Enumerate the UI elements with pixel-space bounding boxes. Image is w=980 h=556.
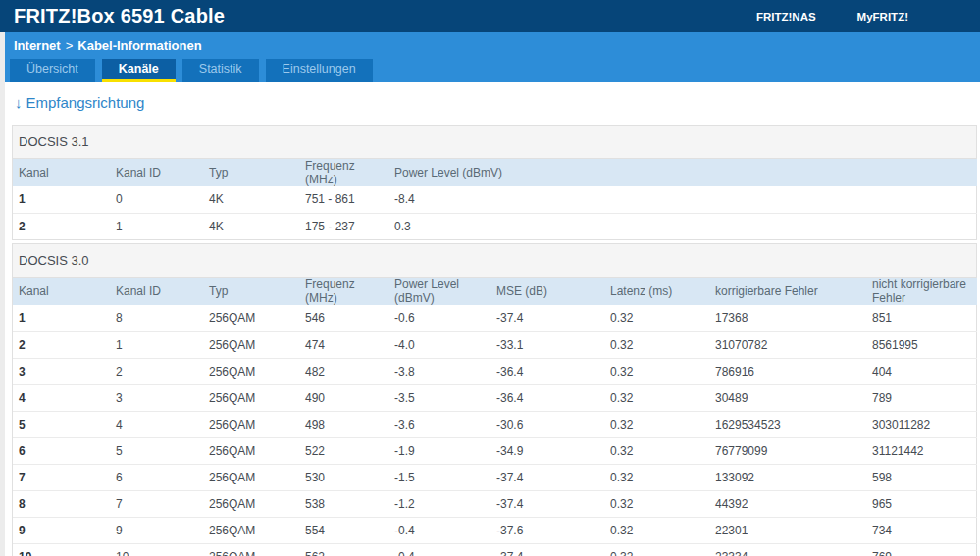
content-area: ↓Empfangsrichtung DOCSIS 3.1KanalKanal I… [5, 82, 980, 556]
table-cell: 965 [866, 490, 977, 517]
table-cell: -37.4 [490, 543, 604, 556]
column-header: nicht korrigierbare Fehler [866, 278, 977, 305]
table-cell: 498 [299, 411, 388, 437]
table-cell: 6 [110, 464, 203, 490]
table-cell: 0.32 [604, 490, 709, 517]
table-cell: 751 - 861 [299, 186, 388, 213]
breadcrumb-section[interactable]: Internet [14, 38, 61, 53]
table-cell: -30.6 [490, 411, 604, 437]
arrow-down-icon: ↓ [15, 94, 23, 111]
table-cell: -1.9 [388, 437, 490, 464]
table-row: 32256QAM482-3.8-36.40.32786916404 [13, 358, 977, 384]
table-cell: 2 [13, 213, 110, 239]
table-cell: 31070782 [709, 331, 866, 358]
table-cell: -0.4 [388, 543, 490, 556]
table-cell: -8.4 [388, 186, 977, 213]
table-cell: 2 [110, 358, 203, 384]
fritzbox-ui: FRITZ!Box 6591 Cable FRITZ!NAS MyFRITZ! … [0, 0, 980, 556]
table-cell: -37.4 [490, 305, 604, 331]
tab-einstellungen[interactable]: Einstellungen [266, 59, 373, 82]
column-header: korrigierbare Fehler [709, 278, 866, 305]
table-cell: 175 - 237 [299, 213, 388, 239]
table-row: 214K175 - 2370.3 [13, 213, 977, 239]
column-header: Latenz (ms) [604, 278, 709, 305]
table-cell: 44392 [709, 490, 866, 517]
table-cell: -0.4 [388, 517, 490, 543]
top-links: FRITZ!NAS MyFRITZ! [756, 11, 980, 23]
table-cell: 482 [299, 358, 388, 384]
tab-uebersicht[interactable]: Übersicht [10, 59, 95, 82]
table-cell: 0.32 [604, 331, 709, 358]
table-cell: 256QAM [203, 517, 299, 543]
table-cell: 9 [110, 517, 203, 543]
table-row: 1010256QAM562-0.4-37.40.3223334769 [13, 543, 977, 556]
table-cell: 4 [110, 411, 203, 437]
table-cell: 3 [110, 384, 203, 411]
table-cell: 256QAM [203, 358, 299, 384]
tab-bar: Übersicht Kanäle Statistik Einstellungen [5, 59, 980, 82]
empfangsrichtung-label: Empfangsrichtung [26, 94, 145, 111]
table-cell: 0.32 [604, 411, 709, 437]
docsis30-table: DOCSIS 3.0KanalKanal IDTypFrequenz (MHz)… [12, 243, 977, 556]
table-cell: 303011282 [866, 411, 977, 437]
tab-statistik[interactable]: Statistik [182, 59, 259, 82]
table-cell: -0.6 [388, 305, 490, 331]
table-cell: 7 [13, 464, 110, 490]
top-bar: FRITZ!Box 6591 Cable FRITZ!NAS MyFRITZ! [0, 0, 980, 32]
myfritz-link[interactable]: MyFRITZ! [857, 11, 908, 23]
table-cell: 256QAM [203, 331, 299, 358]
breadcrumb: Internet>Kabel-Informationen [5, 32, 980, 59]
table-cell: 598 [866, 464, 977, 490]
table-cell: 6 [13, 437, 110, 464]
table-row: 21256QAM474-4.0-33.10.32310707828561995 [13, 331, 977, 358]
table-cell: 0.3 [388, 213, 977, 239]
column-header: Typ [203, 278, 299, 305]
table-cell: 2 [13, 331, 110, 358]
table-cell: -33.1 [490, 331, 604, 358]
table-cell: 10 [110, 543, 203, 556]
fritznas-link[interactable]: FRITZ!NAS [756, 11, 816, 23]
table-cell: 256QAM [203, 464, 299, 490]
table-cell: 0.32 [604, 464, 709, 490]
table-cell: 769 [866, 543, 977, 556]
table-cell: 31121442 [866, 437, 977, 464]
table-cell: 8561995 [866, 331, 977, 358]
empfangsrichtung-link[interactable]: ↓Empfangsrichtung [15, 94, 144, 111]
table-cell: 10 [13, 543, 110, 556]
breadcrumb-separator-icon: > [61, 38, 78, 53]
column-header: Kanal ID [110, 159, 203, 186]
app-title: FRITZ!Box 6591 Cable [0, 5, 225, 27]
table-cell: 474 [299, 331, 388, 358]
table-row: 43256QAM490-3.5-36.40.3230489789 [13, 384, 977, 411]
tab-kanaele[interactable]: Kanäle [102, 59, 176, 82]
table-cell: 0.32 [604, 543, 709, 556]
table-cell: 76779099 [709, 437, 866, 464]
table-cell: 5 [13, 411, 110, 437]
table-cell: 256QAM [203, 384, 299, 411]
table-row: 76256QAM530-1.5-37.40.32133092598 [13, 464, 977, 490]
table-cell: -37.6 [490, 517, 604, 543]
table-row: 65256QAM522-1.9-34.90.327677909931121442 [13, 437, 977, 464]
column-header: Frequenz (MHz) [299, 278, 388, 305]
table-cell: 0.32 [604, 384, 709, 411]
table-cell: 530 [299, 464, 388, 490]
column-header: Kanal [13, 159, 110, 186]
column-header: Kanal ID [110, 278, 203, 305]
table-cell: -1.5 [388, 464, 490, 490]
table-cell: 8 [13, 490, 110, 517]
table-cell: 256QAM [203, 305, 299, 331]
table-cell: 0 [110, 186, 203, 213]
table-cell: -3.8 [388, 358, 490, 384]
column-header: Power Level (dBmV) [388, 159, 977, 186]
table-cell: 133092 [709, 464, 866, 490]
table-title: DOCSIS 3.0 [13, 244, 976, 278]
column-header: MSE (dB) [490, 278, 604, 305]
table-cell: 546 [299, 305, 388, 331]
page-panel: Internet>Kabel-Informationen Übersicht K… [5, 32, 980, 556]
table-cell: 23334 [709, 543, 866, 556]
table-cell: 1 [110, 331, 203, 358]
table-cell: 786916 [709, 358, 866, 384]
table-row: 87256QAM538-1.2-37.40.3244392965 [13, 490, 977, 517]
table-cell: 1629534523 [709, 411, 866, 437]
table-cell: 4K [203, 186, 299, 213]
